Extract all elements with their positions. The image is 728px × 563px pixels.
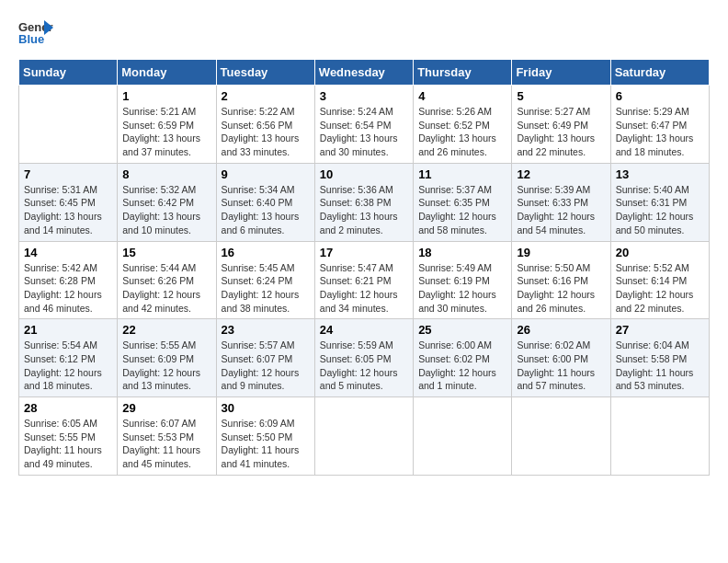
day-number: 16 [222, 246, 310, 259]
col-header-thursday: Thursday [414, 60, 512, 86]
calendar-cell: 14Sunrise: 5:42 AMSunset: 6:28 PMDayligh… [19, 241, 118, 319]
day-info: Sunrise: 5:52 AMSunset: 6:14 PMDaylight:… [616, 261, 704, 316]
day-number: 18 [418, 246, 506, 259]
day-number: 20 [616, 246, 704, 259]
calendar-cell: 22Sunrise: 5:55 AMSunset: 6:09 PMDayligh… [118, 319, 216, 397]
calendar-cell: 5Sunrise: 5:27 AMSunset: 6:49 PMDaylight… [512, 86, 610, 164]
day-info: Sunrise: 5:31 AMSunset: 6:45 PMDaylight:… [24, 183, 112, 237]
calendar-cell: 20Sunrise: 5:52 AMSunset: 6:14 PMDayligh… [610, 241, 709, 319]
day-info: Sunrise: 5:22 AMSunset: 6:56 PMDaylight:… [222, 105, 310, 159]
day-info: Sunrise: 6:00 AMSunset: 6:02 PMDaylight:… [418, 339, 506, 393]
col-header-tuesday: Tuesday [216, 60, 314, 86]
day-number: 3 [320, 89, 408, 103]
day-number: 22 [122, 323, 210, 337]
day-info: Sunrise: 5:40 AMSunset: 6:31 PMDaylight:… [616, 183, 704, 237]
day-info: Sunrise: 5:27 AMSunset: 6:49 PMDaylight:… [517, 105, 605, 159]
calendar-cell [414, 397, 512, 476]
logo: General Blue [18, 18, 53, 50]
day-info: Sunrise: 5:44 AMSunset: 6:26 PMDaylight:… [122, 261, 210, 316]
day-number: 5 [517, 89, 605, 103]
calendar-cell: 17Sunrise: 5:47 AMSunset: 6:21 PMDayligh… [314, 241, 413, 319]
calendar-cell: 16Sunrise: 5:45 AMSunset: 6:24 PMDayligh… [216, 241, 314, 319]
calendar-cell: 6Sunrise: 5:29 AMSunset: 6:47 PMDaylight… [610, 86, 709, 164]
day-number: 30 [222, 401, 310, 415]
col-header-saturday: Saturday [610, 60, 709, 86]
day-number: 25 [418, 323, 506, 337]
page-header: General Blue [18, 18, 710, 50]
day-number: 17 [320, 246, 408, 259]
col-header-friday: Friday [512, 60, 610, 86]
day-info: Sunrise: 5:29 AMSunset: 6:47 PMDaylight:… [616, 105, 704, 159]
calendar-cell: 7Sunrise: 5:31 AMSunset: 6:45 PMDaylight… [19, 163, 118, 241]
calendar-cell: 9Sunrise: 5:34 AMSunset: 6:40 PMDaylight… [216, 163, 314, 241]
day-number: 13 [616, 167, 704, 181]
calendar-cell [19, 86, 118, 164]
day-info: Sunrise: 5:21 AMSunset: 6:59 PMDaylight:… [122, 105, 210, 159]
day-number: 26 [517, 323, 605, 337]
day-info: Sunrise: 5:36 AMSunset: 6:38 PMDaylight:… [320, 183, 408, 237]
day-number: 7 [24, 167, 112, 181]
day-info: Sunrise: 5:57 AMSunset: 6:07 PMDaylight:… [222, 339, 310, 393]
day-number: 9 [222, 167, 310, 181]
calendar-cell: 24Sunrise: 5:59 AMSunset: 6:05 PMDayligh… [314, 319, 413, 397]
calendar-cell [610, 397, 709, 476]
day-number: 1 [122, 89, 210, 103]
calendar-cell: 4Sunrise: 5:26 AMSunset: 6:52 PMDaylight… [414, 86, 512, 164]
day-number: 4 [418, 89, 506, 103]
day-info: Sunrise: 5:54 AMSunset: 6:12 PMDaylight:… [24, 339, 112, 393]
day-info: Sunrise: 6:02 AMSunset: 6:00 PMDaylight:… [517, 339, 605, 393]
day-info: Sunrise: 5:37 AMSunset: 6:35 PMDaylight:… [418, 183, 506, 237]
day-number: 6 [616, 89, 704, 103]
calendar-cell [512, 397, 610, 476]
calendar-cell: 12Sunrise: 5:39 AMSunset: 6:33 PMDayligh… [512, 163, 610, 241]
calendar-cell: 10Sunrise: 5:36 AMSunset: 6:38 PMDayligh… [314, 163, 413, 241]
day-info: Sunrise: 6:09 AMSunset: 5:50 PMDaylight:… [222, 417, 310, 471]
calendar-cell: 28Sunrise: 6:05 AMSunset: 5:55 PMDayligh… [19, 397, 118, 476]
col-header-wednesday: Wednesday [314, 60, 413, 86]
day-number: 27 [616, 323, 704, 337]
svg-text:Blue: Blue [18, 32, 44, 46]
calendar-cell: 29Sunrise: 6:07 AMSunset: 5:53 PMDayligh… [118, 397, 216, 476]
day-info: Sunrise: 5:50 AMSunset: 6:16 PMDaylight:… [517, 261, 605, 316]
calendar-cell: 21Sunrise: 5:54 AMSunset: 6:12 PMDayligh… [19, 319, 118, 397]
day-info: Sunrise: 5:59 AMSunset: 6:05 PMDaylight:… [320, 339, 408, 393]
day-number: 11 [418, 167, 506, 181]
calendar-cell: 2Sunrise: 5:22 AMSunset: 6:56 PMDaylight… [216, 86, 314, 164]
calendar-cell: 25Sunrise: 6:00 AMSunset: 6:02 PMDayligh… [414, 319, 512, 397]
day-info: Sunrise: 5:26 AMSunset: 6:52 PMDaylight:… [418, 105, 506, 159]
day-info: Sunrise: 6:05 AMSunset: 5:55 PMDaylight:… [24, 417, 112, 471]
day-info: Sunrise: 5:49 AMSunset: 6:19 PMDaylight:… [418, 261, 506, 316]
calendar-cell: 11Sunrise: 5:37 AMSunset: 6:35 PMDayligh… [414, 163, 512, 241]
day-number: 2 [222, 89, 310, 103]
day-number: 29 [122, 401, 210, 415]
calendar-cell: 27Sunrise: 6:04 AMSunset: 5:58 PMDayligh… [610, 319, 709, 397]
day-info: Sunrise: 5:42 AMSunset: 6:28 PMDaylight:… [24, 261, 112, 316]
day-number: 8 [122, 167, 210, 181]
calendar-cell: 30Sunrise: 6:09 AMSunset: 5:50 PMDayligh… [216, 397, 314, 476]
day-number: 19 [517, 246, 605, 259]
day-number: 23 [222, 323, 310, 337]
day-info: Sunrise: 5:45 AMSunset: 6:24 PMDaylight:… [222, 261, 310, 316]
day-number: 14 [24, 246, 112, 259]
calendar-cell [314, 397, 413, 476]
calendar-cell: 23Sunrise: 5:57 AMSunset: 6:07 PMDayligh… [216, 319, 314, 397]
calendar-cell: 1Sunrise: 5:21 AMSunset: 6:59 PMDaylight… [118, 86, 216, 164]
day-info: Sunrise: 6:04 AMSunset: 5:58 PMDaylight:… [616, 339, 704, 393]
day-number: 21 [24, 323, 112, 337]
day-info: Sunrise: 5:34 AMSunset: 6:40 PMDaylight:… [222, 183, 310, 237]
calendar-cell: 15Sunrise: 5:44 AMSunset: 6:26 PMDayligh… [118, 241, 216, 319]
calendar-cell: 8Sunrise: 5:32 AMSunset: 6:42 PMDaylight… [118, 163, 216, 241]
day-number: 28 [24, 401, 112, 415]
calendar-table: SundayMondayTuesdayWednesdayThursdayFrid… [18, 59, 710, 476]
day-info: Sunrise: 5:55 AMSunset: 6:09 PMDaylight:… [122, 339, 210, 393]
calendar-cell: 13Sunrise: 5:40 AMSunset: 6:31 PMDayligh… [610, 163, 709, 241]
logo-graphic: General Blue [18, 18, 53, 50]
day-number: 12 [517, 167, 605, 181]
calendar-cell: 26Sunrise: 6:02 AMSunset: 6:00 PMDayligh… [512, 319, 610, 397]
calendar-cell: 18Sunrise: 5:49 AMSunset: 6:19 PMDayligh… [414, 241, 512, 319]
calendar-cell: 19Sunrise: 5:50 AMSunset: 6:16 PMDayligh… [512, 241, 610, 319]
col-header-monday: Monday [118, 60, 216, 86]
day-number: 24 [320, 323, 408, 337]
calendar-cell: 3Sunrise: 5:24 AMSunset: 6:54 PMDaylight… [314, 86, 413, 164]
day-info: Sunrise: 5:24 AMSunset: 6:54 PMDaylight:… [320, 105, 408, 159]
